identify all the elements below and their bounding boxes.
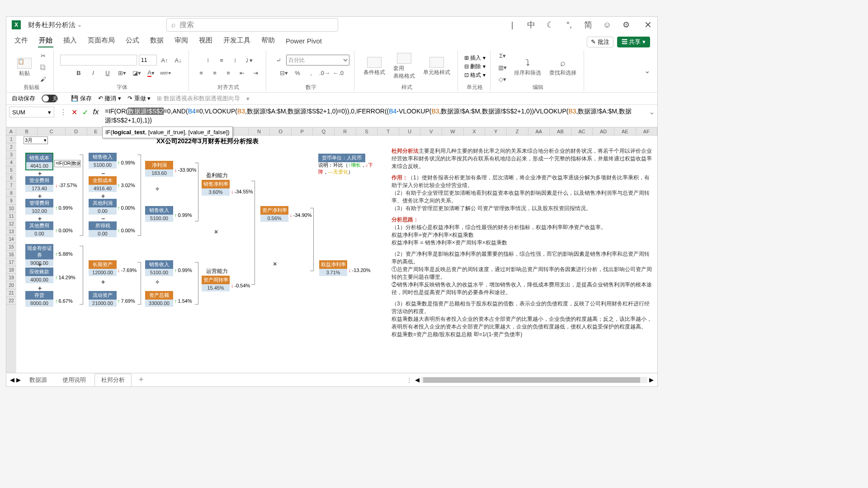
fbar-dropdown-icon[interactable]: ⋮ <box>59 108 68 117</box>
bold-button[interactable]: B <box>73 67 85 78</box>
underline-button[interactable]: U <box>102 67 113 78</box>
save-button[interactable]: 💾 保存 <box>71 94 92 103</box>
add-sheet-icon[interactable]: + <box>133 375 149 385</box>
annotate-button[interactable]: ✎ 批注 <box>587 37 613 47</box>
number-format-select[interactable]: 百分比 <box>286 55 349 66</box>
cancel-formula-icon[interactable]: ✕ <box>70 108 79 117</box>
align-mid-icon[interactable]: ≡ <box>216 55 227 66</box>
redo-button[interactable]: ↷ 重做 ▾ <box>127 94 151 103</box>
align-center-icon[interactable]: ≡ <box>209 67 221 78</box>
col-header[interactable]: A <box>6 127 16 135</box>
row-header[interactable]: 20 <box>6 282 16 289</box>
find-select-button[interactable]: ⌕查找和选择 <box>547 57 579 78</box>
moon-icon[interactable]: ☾ <box>545 19 556 30</box>
orientation-icon[interactable]: ⤸▾ <box>243 55 255 66</box>
col-header[interactable]: AE <box>614 127 636 135</box>
tab-powerpivot[interactable]: Power Pivot <box>285 35 323 47</box>
row-header[interactable]: 13 <box>6 228 16 235</box>
font-name-input[interactable] <box>60 55 137 66</box>
col-header[interactable]: W <box>442 127 464 135</box>
tab-data[interactable]: 数据 <box>149 34 165 47</box>
align-right-icon[interactable]: ≡ <box>222 67 234 78</box>
clear-icon[interactable]: ◇▾ <box>497 74 509 84</box>
align-bot-icon[interactable]: ⫶ <box>229 55 241 66</box>
row-header[interactable]: 1 <box>6 136 16 143</box>
row-header[interactable]: 18 <box>6 266 16 274</box>
month-select[interactable]: 3月▾ <box>24 136 48 144</box>
format-cells-button[interactable]: ⊡ 格式 ▾ <box>464 71 486 79</box>
pivot-wizard-button[interactable]: ⊞ 数据透视表和数据透视图向导 <box>157 94 240 103</box>
italic-button[interactable]: I <box>87 67 99 78</box>
col-header[interactable]: P <box>292 127 313 135</box>
sheet-next-icon[interactable]: ▶ <box>16 376 21 383</box>
col-header[interactable]: V <box>420 127 442 135</box>
tab-review[interactable]: 审阅 <box>174 34 189 47</box>
paste-button[interactable]: 📋粘贴 <box>14 57 34 78</box>
row-header[interactable]: 11 <box>6 212 16 220</box>
confirm-formula-icon[interactable]: ✓ <box>80 108 90 117</box>
row-header[interactable]: 2 <box>6 143 16 151</box>
row-header[interactable]: 6 <box>6 174 16 182</box>
cell-style-button[interactable]: 单元格样式 <box>420 56 453 77</box>
font-size-input[interactable] <box>139 55 157 66</box>
sheet-tab-2[interactable]: 使用说明 <box>56 374 93 386</box>
share-button[interactable]: ☰ 共享 ▾ <box>617 37 650 47</box>
dec-decimal-icon[interactable]: ←.0 <box>332 67 344 78</box>
qat-more-icon[interactable]: ▾ <box>246 95 250 102</box>
row-header[interactable]: 8 <box>6 189 16 197</box>
font-color-button[interactable]: A▾ <box>145 67 157 78</box>
row-header[interactable]: 19 <box>6 274 16 282</box>
cond-format-button[interactable]: 条件格式 <box>361 56 388 77</box>
cut-icon[interactable]: ✂ <box>37 50 49 61</box>
cell-editing[interactable]: =IF(OR(数据 <box>54 160 80 167</box>
row-header[interactable]: 21 <box>6 289 16 297</box>
col-header[interactable]: R <box>335 127 356 135</box>
tab-formula[interactable]: 公式 <box>125 34 140 47</box>
col-header[interactable]: S <box>356 127 378 135</box>
autosum-icon[interactable]: Σ▾ <box>497 50 509 61</box>
col-header[interactable]: D <box>66 127 87 135</box>
insert-cells-button[interactable]: ⊞ 插入 ▾ <box>464 54 486 62</box>
format-painter-icon[interactable]: 🖌 <box>37 74 49 84</box>
doc-chevron-icon[interactable]: ⌄ <box>77 22 82 28</box>
row-header[interactable]: 4 <box>6 159 16 166</box>
inc-decimal-icon[interactable]: .0→ <box>319 67 330 78</box>
border-button[interactable]: ⊞▾ <box>116 67 128 78</box>
row-header[interactable]: 5 <box>6 166 16 174</box>
row-header[interactable]: 16 <box>6 251 16 258</box>
col-header[interactable]: AC <box>571 127 593 135</box>
row-header[interactable]: 7 <box>6 182 16 189</box>
tab-layout[interactable]: 页面布局 <box>87 34 116 47</box>
tab-help[interactable]: 帮助 <box>260 34 276 47</box>
col-header[interactable]: Z <box>507 127 528 135</box>
tab-view[interactable]: 视图 <box>198 34 213 47</box>
tab-file[interactable]: 文件 <box>14 34 29 47</box>
ime-bar-icon[interactable]: | <box>507 19 518 30</box>
comma-icon[interactable]: °, <box>564 19 575 30</box>
emoji-icon[interactable]: ☺ <box>602 19 613 30</box>
indent-in-icon[interactable]: ⇥ <box>250 67 261 78</box>
row-header[interactable]: 17 <box>6 258 16 266</box>
col-header[interactable]: AA <box>528 127 550 135</box>
sheet-tab-3[interactable]: 杜邦分析 <box>94 374 132 386</box>
col-header[interactable]: AF <box>636 127 658 135</box>
row-header[interactable]: 22 <box>6 297 16 305</box>
hscroll-left-icon[interactable]: ◀ <box>415 376 420 383</box>
tab-dev[interactable]: 开发工具 <box>222 34 251 47</box>
col-header[interactable]: AB <box>550 127 571 135</box>
sheet-tab-1[interactable]: 数据源 <box>23 374 54 386</box>
search-input[interactable]: ⌕ 搜索 <box>166 18 338 32</box>
col-header[interactable]: C <box>38 127 65 135</box>
col-header[interactable]: Q <box>313 127 335 135</box>
col-header[interactable]: U <box>399 127 421 135</box>
increase-font-icon[interactable]: A↑ <box>159 55 170 66</box>
merge-cells-icon[interactable]: ⊟▾ <box>278 67 290 78</box>
fill-color-button[interactable]: ◪▾ <box>131 67 142 78</box>
decrease-font-icon[interactable]: A↓ <box>172 55 184 66</box>
phonetic-button[interactable]: wen▾ <box>160 67 171 78</box>
delete-cells-button[interactable]: ⊟ 删除 ▾ <box>464 63 486 70</box>
align-left-icon[interactable]: ≡ <box>195 67 207 78</box>
col-header[interactable]: AD <box>593 127 614 135</box>
undo-button[interactable]: ↶ 撤消 ▾ <box>98 94 121 103</box>
tab-insert[interactable]: 插入 <box>62 34 78 47</box>
